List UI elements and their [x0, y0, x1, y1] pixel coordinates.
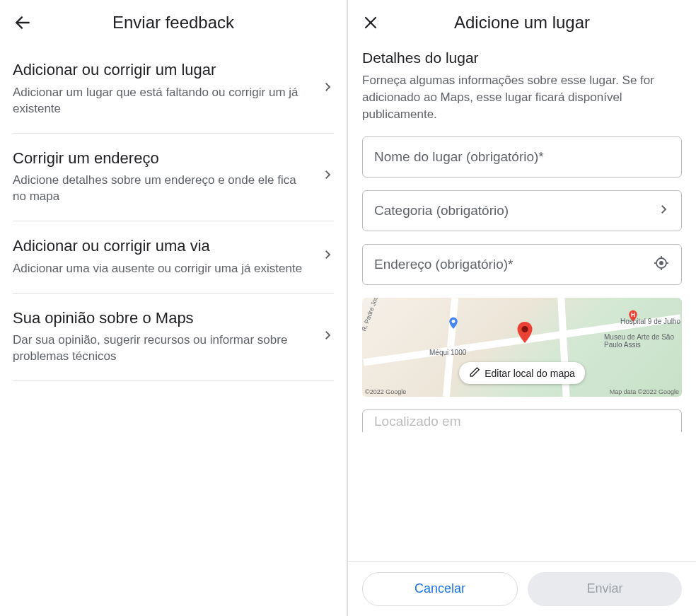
item-subtitle: Dar sua opinião, sugerir recursos ou inf…: [13, 332, 313, 365]
bottom-action-bar: Cancelar Enviar: [348, 561, 696, 616]
map-street-label: R. Padre João Manuel: [362, 298, 388, 332]
item-title: Adicionar ou corrigir um lugar: [13, 59, 313, 81]
place-name-input[interactable]: Nome do lugar (obrigatório)*: [362, 136, 682, 178]
field-placeholder: Endereço (obrigatório)*: [374, 257, 653, 272]
feedback-item-add-place[interactable]: Adicionar ou corrigir um lugar Adicionar…: [0, 45, 347, 133]
cancel-label: Cancelar: [414, 581, 465, 596]
map-preview[interactable]: R. Padre João Manuel H Hospital 9 de Jul…: [362, 298, 682, 397]
svg-point-11: [522, 326, 528, 332]
item-title: Sua opinião sobre o Maps: [13, 308, 313, 329]
located-in-input[interactable]: Localizado em: [362, 409, 682, 432]
address-input[interactable]: Endereço (obrigatório)*: [362, 244, 682, 285]
chevron-right-icon: [321, 329, 334, 344]
send-button[interactable]: Enviar: [528, 572, 682, 606]
locate-icon[interactable]: [653, 255, 670, 274]
cancel-button[interactable]: Cancelar: [362, 572, 518, 606]
map-main-pin-icon: [512, 320, 532, 339]
close-icon[interactable]: [361, 13, 381, 33]
edit-map-label: Editar local do mapa: [485, 368, 575, 379]
item-subtitle: Adicionar um lugar que está faltando ou …: [13, 85, 313, 117]
map-attribution: ©2022 Google: [365, 388, 406, 395]
map-hospital-label: Hospital 9 de Julho: [620, 318, 680, 325]
feedback-item-opinion[interactable]: Sua opinião sobre o Maps Dar sua opinião…: [0, 294, 347, 381]
section-title: Detalhes do lugar: [348, 50, 696, 66]
item-subtitle: Adicionar uma via ausente ou corrigir um…: [13, 261, 313, 277]
map-museum-label: Museu de Arte de São Paulo Assis: [604, 333, 675, 349]
send-label: Enviar: [586, 581, 622, 596]
header: Enviar feedback: [0, 0, 347, 45]
item-title: Adicionar ou corrigir uma via: [13, 236, 313, 257]
add-place-screen: Adicione um lugar Detalhes do lugar Forn…: [348, 0, 696, 616]
category-select[interactable]: Categoria (obrigatório): [362, 190, 682, 231]
header: Adicione um lugar: [348, 0, 696, 45]
field-placeholder: Categoria (obrigatório): [374, 203, 657, 219]
field-placeholder: Localizado em: [374, 414, 670, 429]
pencil-icon: [469, 366, 480, 380]
feedback-item-fix-address[interactable]: Corrigir um endereço Adicione detalhes s…: [0, 134, 347, 221]
edit-map-location-button[interactable]: Editar local do mapa: [459, 362, 585, 384]
map-attribution: Map data ©2022 Google: [610, 388, 679, 395]
field-placeholder: Nome do lugar (obrigatório)*: [374, 149, 670, 165]
chevron-right-icon: [321, 168, 334, 184]
map-poi-pin-icon: [446, 317, 460, 331]
back-arrow-icon[interactable]: [13, 13, 33, 33]
item-title: Corrigir um endereço: [13, 148, 313, 169]
chevron-right-icon: [657, 203, 670, 219]
chevron-right-icon: [321, 248, 334, 264]
divider: [13, 380, 334, 381]
item-subtitle: Adicione detalhes sobre um endereço e on…: [13, 173, 313, 205]
svg-point-4: [660, 262, 663, 265]
feedback-item-add-road[interactable]: Adicionar ou corrigir uma via Adicionar …: [0, 221, 347, 293]
map-mequi-label: Méqui 1000: [429, 349, 466, 356]
section-description: Forneça algumas informações sobre esse l…: [348, 72, 696, 122]
chevron-right-icon: [321, 81, 334, 96]
page-title: Adicione um lugar: [381, 13, 663, 33]
page-title: Enviar feedback: [33, 13, 314, 33]
feedback-screen: Enviar feedback Adicionar ou corrigir um…: [0, 0, 348, 616]
